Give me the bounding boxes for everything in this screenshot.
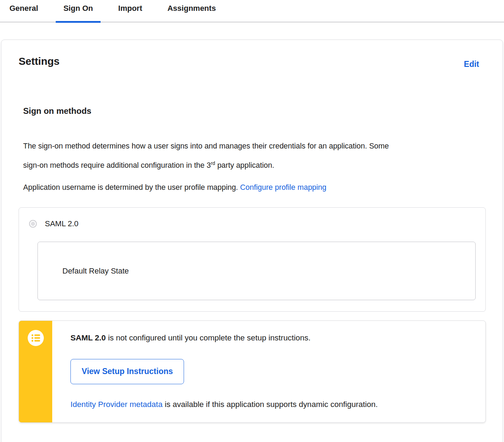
list-icon: [28, 330, 44, 347]
settings-card: Settings Edit Sign on methods The sign-o…: [1, 40, 503, 442]
saml-panel: SAML 2.0 Default Relay State: [19, 207, 486, 312]
saml-radio-row: SAML 2.0: [29, 219, 476, 228]
tab-general[interactable]: General: [2, 3, 46, 22]
profile-mapping-line: Application username is determined by th…: [23, 182, 486, 193]
profile-mapping-text: Application username is determined by th…: [23, 183, 240, 192]
edit-link[interactable]: Edit: [464, 60, 479, 69]
configure-profile-mapping-link[interactable]: Configure profile mapping: [240, 183, 326, 192]
ordinal-superscript: rd: [211, 160, 215, 166]
tab-sign-on[interactable]: Sign On: [56, 3, 101, 22]
sign-on-methods-heading: Sign on methods: [23, 106, 486, 116]
callout-message-strong: SAML 2.0: [70, 333, 106, 342]
view-setup-instructions-button[interactable]: View Setup Instructions: [70, 359, 184, 384]
sign-on-description: The sign-on method determines how a user…: [23, 138, 398, 174]
tab-import[interactable]: Import: [110, 3, 150, 22]
callout-message-rest: is not configured until you complete the…: [106, 333, 311, 342]
callout-message: SAML 2.0 is not configured until you com…: [70, 333, 471, 343]
settings-card-header: Settings Edit: [19, 55, 486, 69]
metadata-line: Identity Provider metadata is available …: [70, 399, 471, 410]
tab-assignments[interactable]: Assignments: [160, 3, 224, 22]
warning-stripe: [19, 321, 52, 422]
relay-state-box: Default Relay State: [38, 242, 476, 300]
tab-bar: General Sign On Import Assignments: [0, 0, 504, 22]
sign-on-description-text: The sign-on method determines how a user…: [23, 142, 389, 170]
saml-radio-button[interactable]: [29, 220, 37, 228]
sign-on-description-end: party application.: [215, 161, 274, 170]
metadata-text: is available if this application support…: [163, 400, 378, 409]
identity-provider-metadata-link[interactable]: Identity Provider metadata: [70, 400, 163, 409]
callout-body: SAML 2.0 is not configured until you com…: [52, 321, 485, 422]
warning-callout: SAML 2.0 is not configured until you com…: [19, 320, 486, 423]
relay-state-label: Default Relay State: [62, 267, 129, 276]
page-title: Settings: [19, 55, 60, 67]
saml-radio-label: SAML 2.0: [45, 219, 79, 228]
